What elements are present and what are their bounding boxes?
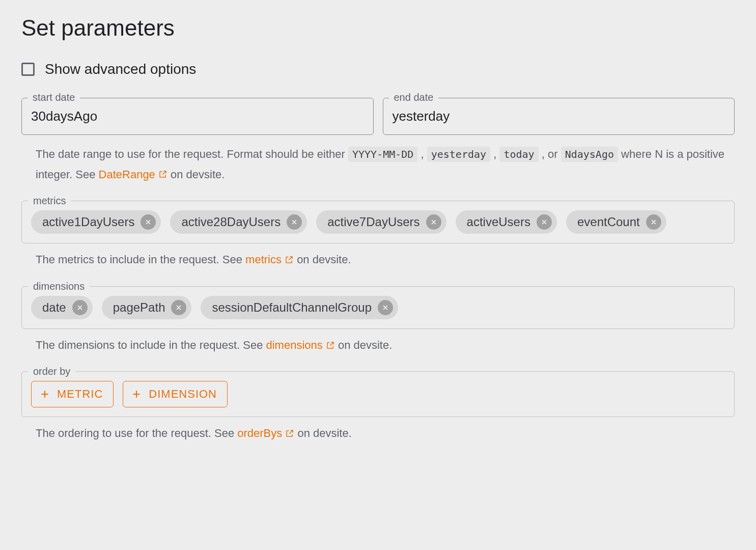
chip-label: sessionDefaultChannelGroup bbox=[212, 300, 372, 315]
close-icon[interactable] bbox=[171, 300, 186, 315]
chip[interactable]: activeUsers bbox=[456, 210, 557, 234]
close-icon[interactable] bbox=[646, 214, 661, 230]
close-icon[interactable] bbox=[537, 214, 552, 230]
close-icon[interactable] bbox=[426, 214, 441, 230]
external-link-icon bbox=[285, 255, 294, 264]
chip-label: eventCount bbox=[577, 215, 640, 229]
chip-label: active28DayUsers bbox=[181, 215, 281, 229]
close-icon[interactable] bbox=[287, 214, 302, 230]
metrics-link[interactable]: metrics bbox=[245, 250, 294, 270]
plus-icon bbox=[40, 389, 50, 399]
chip[interactable]: active7DayUsers bbox=[316, 210, 446, 234]
close-icon[interactable] bbox=[141, 214, 156, 230]
chip-label: pagePath bbox=[113, 300, 165, 315]
end-date-label: end date bbox=[389, 92, 439, 103]
dimensions-fieldset: dimensions datepagePathsessionDefaultCha… bbox=[21, 286, 735, 329]
chip[interactable]: sessionDefaultChannelGroup bbox=[201, 296, 398, 319]
checkbox-icon[interactable] bbox=[21, 63, 35, 76]
metrics-fieldset: metrics active1DayUsersactive28DayUsersa… bbox=[21, 201, 735, 243]
chip[interactable]: date bbox=[31, 296, 93, 319]
external-link-icon bbox=[158, 170, 167, 179]
code-token: YYYY-MM-DD bbox=[348, 147, 417, 162]
advanced-options-row[interactable]: Show advanced options bbox=[21, 61, 735, 77]
chip[interactable]: eventCount bbox=[566, 210, 666, 234]
dimensions-legend: dimensions bbox=[28, 281, 90, 292]
code-token: yesterday bbox=[427, 147, 490, 162]
chip-label: active7DayUsers bbox=[327, 215, 419, 229]
external-link-icon bbox=[326, 341, 335, 350]
daterange-link[interactable]: DateRange bbox=[99, 164, 167, 185]
orderby-help-text: The ordering to use for the request. See… bbox=[36, 423, 735, 444]
advanced-options-label: Show advanced options bbox=[45, 61, 196, 77]
chip[interactable]: active1DayUsers bbox=[31, 210, 161, 234]
metrics-legend: metrics bbox=[28, 195, 71, 207]
start-date-label: start date bbox=[27, 92, 80, 103]
orderbys-link[interactable]: orderBys bbox=[237, 423, 294, 444]
chip[interactable]: active28DayUsers bbox=[170, 210, 307, 234]
page-title: Set parameters bbox=[21, 15, 735, 41]
chip-label: active1DayUsers bbox=[42, 215, 134, 229]
add-dimension-button[interactable]: DIMENSION bbox=[123, 381, 228, 407]
chip-label: activeUsers bbox=[467, 215, 530, 229]
orderby-legend: order by bbox=[28, 366, 75, 377]
close-icon[interactable] bbox=[378, 300, 393, 315]
date-help-text: The date range to use for the request. F… bbox=[36, 144, 735, 184]
dimensions-link[interactable]: dimensions bbox=[266, 335, 335, 355]
plus-icon bbox=[131, 389, 142, 399]
code-token: NdaysAgo bbox=[561, 147, 618, 162]
chip-label: date bbox=[42, 300, 66, 315]
dimensions-help-text: The dimensions to include in the request… bbox=[36, 335, 735, 355]
external-link-icon bbox=[285, 429, 294, 438]
close-icon[interactable] bbox=[72, 300, 88, 315]
code-token: today bbox=[499, 147, 538, 162]
orderby-fieldset: order by METRIC DIMENSION bbox=[21, 371, 735, 417]
metrics-help-text: The metrics to include in the request. S… bbox=[36, 250, 735, 270]
add-metric-button[interactable]: METRIC bbox=[31, 381, 114, 407]
chip[interactable]: pagePath bbox=[102, 296, 192, 319]
